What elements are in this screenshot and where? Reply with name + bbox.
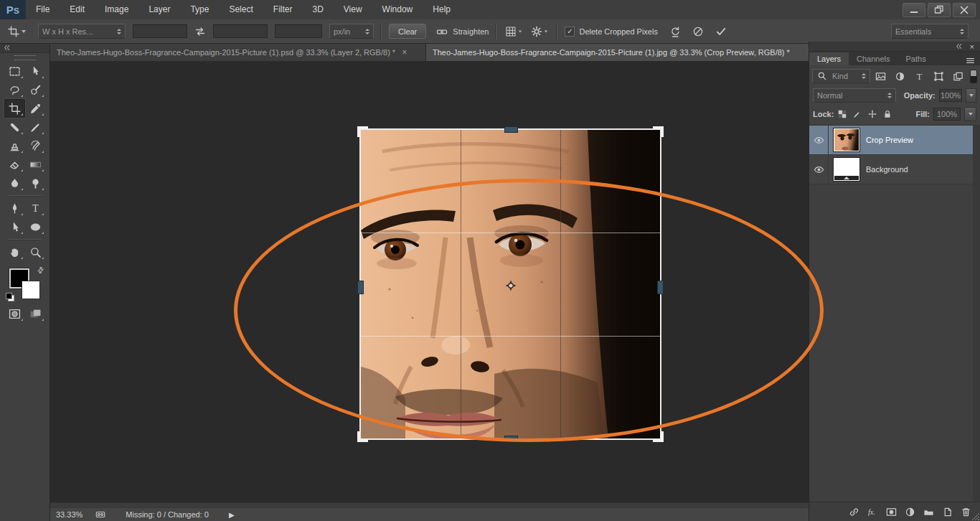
hand-tool[interactable] — [4, 243, 25, 261]
overlay-options-button[interactable] — [504, 24, 524, 39]
fill-value[interactable]: 100% — [933, 108, 961, 121]
adjustment-layer-filter-button[interactable] — [892, 70, 908, 83]
type-layer-filter-button[interactable]: T — [912, 70, 927, 83]
lasso-tool[interactable] — [4, 80, 25, 99]
panel-menu-icon[interactable] — [966, 56, 975, 65]
brush-tool[interactable] — [25, 118, 46, 136]
cancel-crop-button[interactable] — [691, 24, 705, 39]
layer-thumbnail[interactable] — [834, 128, 859, 151]
panel-tab-paths[interactable]: Paths — [898, 52, 934, 65]
crop-settings-button[interactable] — [529, 24, 550, 39]
layer-visibility-toggle[interactable] — [809, 126, 829, 154]
lock-position-button[interactable] — [867, 109, 877, 119]
menu-type[interactable]: Type — [180, 0, 219, 19]
layer-list-scrollbar[interactable] — [973, 125, 980, 502]
swap-colors-icon[interactable]: ⇄ — [35, 265, 47, 276]
swap-dimensions-button[interactable] — [193, 24, 207, 39]
layer-thumbnail[interactable] — [834, 158, 859, 181]
panel-tab-layers[interactable]: Layers — [809, 52, 849, 65]
lock-paint-button[interactable] — [852, 109, 862, 119]
crop-center-pivot[interactable] — [504, 279, 517, 295]
panel-close-icon[interactable]: × — [970, 42, 974, 51]
crop-handle-bottom[interactable] — [504, 436, 518, 442]
document-tab-2[interactable]: Theo-James-Hugo-Boss-Fragrance-Campaign-… — [426, 43, 809, 61]
crop-handle-top[interactable] — [504, 126, 518, 133]
layer-visibility-toggle[interactable] — [809, 155, 829, 184]
delete-cropped-checkbox[interactable]: ✓ — [565, 27, 575, 37]
path-selection-tool[interactable] — [4, 217, 25, 236]
history-brush-tool[interactable] — [25, 136, 46, 155]
menu-select[interactable]: Select — [219, 0, 263, 19]
close-button[interactable] — [953, 3, 976, 17]
zoom-level[interactable]: 33.33% — [56, 510, 83, 519]
minimize-button[interactable] — [903, 3, 925, 17]
zoom-tool[interactable] — [25, 243, 46, 261]
default-colors-icon[interactable] — [6, 293, 14, 301]
dodge-tool[interactable] — [25, 174, 46, 192]
document-tab-1[interactable]: Theo-James-Hugo-Boss-Fragrance-Campaign-… — [50, 43, 426, 61]
eraser-tool[interactable] — [4, 155, 25, 174]
smart-object-filter-button[interactable] — [951, 70, 966, 83]
fill-dropdown[interactable] — [964, 107, 976, 121]
panel-tab-channels[interactable]: Channels — [849, 52, 897, 65]
quick-mask-tool[interactable] — [4, 304, 25, 323]
background-color-swatch[interactable] — [22, 281, 40, 299]
commit-crop-button[interactable] — [714, 24, 728, 39]
type-tool[interactable]: T — [25, 199, 46, 217]
crop-tool[interactable] — [4, 99, 25, 118]
new-adjustment-layer-button[interactable] — [905, 507, 915, 517]
clone-stamp-tool[interactable] — [4, 136, 25, 155]
smudge-tool[interactable] — [4, 174, 25, 192]
rectangular-marquee-tool[interactable] — [4, 62, 25, 80]
crop-preset-select[interactable]: W x H x Res... — [38, 24, 126, 39]
menu-help[interactable]: Help — [423, 0, 461, 19]
menu-file[interactable]: File — [26, 0, 60, 19]
lock-all-button[interactable] — [882, 109, 892, 119]
new-layer-button[interactable] — [942, 507, 953, 517]
opacity-dropdown[interactable] — [966, 88, 976, 103]
menu-view[interactable]: View — [334, 0, 372, 19]
new-group-button[interactable] — [923, 507, 934, 517]
menu-3d[interactable]: 3D — [302, 0, 333, 19]
filter-toggle[interactable] — [970, 70, 977, 83]
crop-height-input[interactable] — [213, 24, 268, 38]
ellipse-shape-tool[interactable] — [25, 217, 46, 236]
pen-tool[interactable] — [4, 199, 25, 217]
reset-crop-button[interactable] — [668, 24, 682, 39]
panel-grip[interactable] — [14, 55, 36, 60]
add-layer-mask-button[interactable] — [886, 507, 897, 517]
gradient-tool[interactable] — [25, 155, 46, 174]
delete-layer-button[interactable] — [961, 507, 971, 517]
crop-handle-right[interactable] — [657, 281, 664, 294]
collapse-panel-icon[interactable] — [955, 42, 963, 50]
crop-handle-bottomright[interactable] — [653, 431, 664, 442]
crop-width-input[interactable] — [133, 24, 187, 38]
link-layers-button[interactable] — [849, 507, 859, 517]
menu-edit[interactable]: Edit — [60, 0, 95, 19]
menu-window[interactable]: Window — [372, 0, 423, 19]
clear-button[interactable]: Clear — [389, 24, 426, 39]
crop-handle-topleft[interactable] — [357, 126, 368, 137]
layer-row-crop-preview[interactable]: Crop Preview — [809, 126, 973, 155]
tool-preset-badge[interactable] — [6, 24, 28, 39]
opacity-value[interactable]: 100% — [939, 89, 963, 102]
pixel-layer-filter-button[interactable] — [873, 70, 888, 83]
menu-filter[interactable]: Filter — [263, 0, 303, 19]
tools-collapse-bar[interactable] — [0, 43, 50, 53]
crop-handle-bottomleft[interactable] — [357, 431, 368, 442]
eyedropper-tool[interactable] — [25, 99, 46, 118]
workspace-select[interactable]: Essentials — [891, 24, 969, 39]
quick-selection-tool[interactable] — [25, 80, 46, 99]
crop-resolution-input[interactable] — [275, 24, 322, 38]
menu-image[interactable]: Image — [95, 0, 138, 19]
kind-filter-select[interactable]: Kind — [812, 69, 870, 83]
layer-row-background[interactable]: Background — [809, 155, 973, 184]
screen-mode-tool[interactable] — [25, 304, 46, 323]
resolution-unit-select[interactable]: px/in — [329, 24, 374, 39]
straighten-button[interactable]: Straighten — [453, 27, 489, 36]
blend-mode-select[interactable]: Normal — [813, 88, 896, 103]
crop-handle-topright[interactable] — [653, 126, 664, 137]
lock-transparency-button[interactable] — [837, 109, 847, 119]
crop-handle-left[interactable] — [357, 281, 364, 294]
spot-healing-tool[interactable] — [4, 118, 25, 136]
